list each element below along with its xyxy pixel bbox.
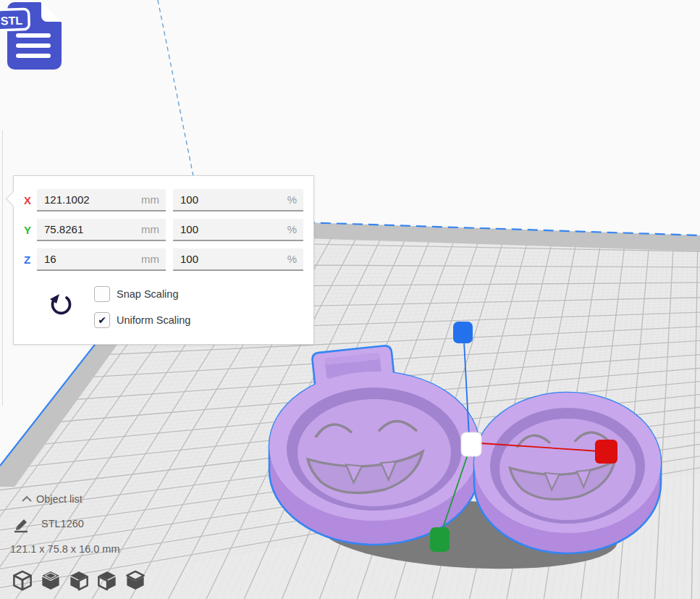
camera-view-bar	[12, 569, 146, 592]
object-list-item[interactable]: STL1260	[41, 518, 84, 529]
collapse-chevron-icon[interactable]	[21, 495, 33, 503]
snap-scaling-checkbox[interactable]	[94, 286, 110, 302]
axis-label-x: X	[24, 189, 35, 211]
object-dimensions: 121.1 x 75.8 x 16.0 mm	[10, 543, 120, 555]
scale-z-percent-input[interactable]	[173, 248, 303, 268]
svg-text:STL: STL	[1, 14, 23, 28]
scale-y-mm-input[interactable]	[37, 219, 166, 238]
cube-top-icon	[70, 571, 87, 590]
uniform-scaling-label: Uniform Scaling	[117, 314, 190, 326]
stl-file-icon[interactable]: STL	[0, 0, 67, 74]
snap-scaling-label: Snap Scaling	[117, 288, 178, 300]
scale-z-mm-field: mm	[37, 248, 166, 271]
pencil-icon	[12, 516, 32, 533]
folded-corner	[41, 2, 62, 22]
gizmo-center-handle[interactable]	[461, 432, 481, 456]
top-view-button[interactable]	[68, 569, 90, 592]
left-toolbar-edge	[2, 130, 3, 406]
scale-y-mm-field: mm	[37, 219, 166, 241]
axis-label-z: Z	[24, 248, 35, 271]
stl-badge: STL	[0, 9, 29, 30]
scale-x-percent-input[interactable]	[173, 189, 303, 209]
scale-x-percent-field: %	[173, 189, 303, 211]
uniform-scaling-checkbox[interactable]: ✔	[94, 312, 110, 328]
scale-tool-panel: X mm % Y mm % Z mm	[13, 175, 314, 345]
scale-y-percent-input[interactable]	[173, 219, 303, 238]
uniform-check-glyph: ✔	[98, 314, 106, 326]
gizmo-y-handle[interactable]	[430, 527, 450, 552]
scale-x-mm-input[interactable]	[37, 189, 166, 209]
scale-z-percent-field: %	[173, 248, 303, 271]
left-view-button[interactable]	[96, 569, 118, 592]
cura-workspace: STL X mm % Y mm %	[0, 0, 700, 599]
scale-y-percent-field: %	[173, 219, 303, 241]
scale-x-mm-field: mm	[37, 189, 166, 211]
object-list-header[interactable]: Object list	[36, 493, 83, 505]
gizmo-x-handle[interactable]	[595, 440, 617, 464]
cube-3d-icon	[14, 571, 30, 590]
front-view-button[interactable]	[40, 569, 62, 592]
3d-view-button[interactable]	[12, 569, 33, 592]
cube-right-icon	[127, 571, 143, 590]
right-view-button[interactable]	[125, 569, 146, 592]
reset-scale-button[interactable]	[47, 292, 73, 318]
reset-rotate-icon	[47, 292, 73, 318]
gizmo-z-handle[interactable]	[453, 322, 473, 343]
build-volume-edge	[158, 0, 193, 176]
scale-z-mm-input[interactable]	[37, 248, 166, 268]
cube-left-icon	[98, 571, 115, 590]
cube-front-icon	[42, 571, 59, 590]
axis-label-y: Y	[24, 219, 35, 241]
